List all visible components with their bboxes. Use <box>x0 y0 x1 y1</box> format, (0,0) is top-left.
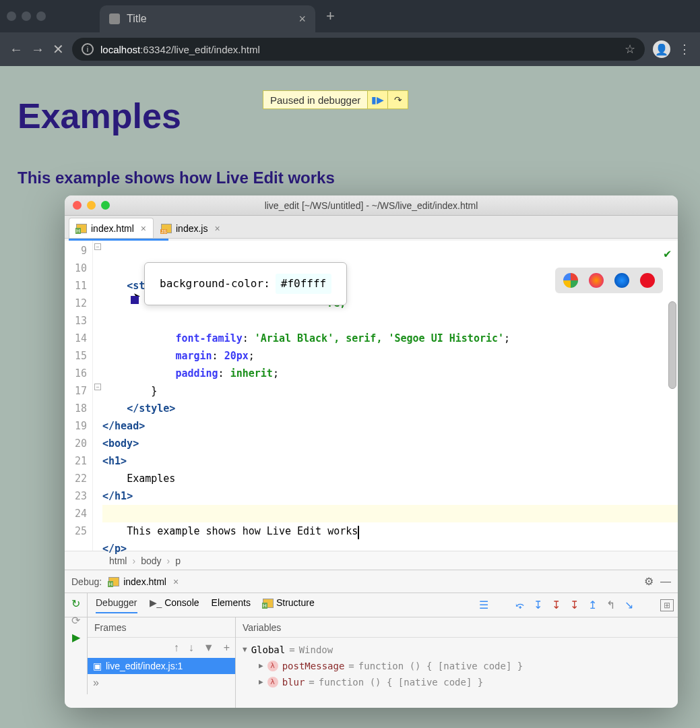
new-tab-button[interactable]: + <box>326 7 335 25</box>
var-row[interactable]: ▶ λ postMessage = function () { [native … <box>243 658 671 674</box>
var-row[interactable]: ▶ λ blur = function () { [native code] } <box>243 674 671 690</box>
elements-tab[interactable]: Elements <box>212 597 251 613</box>
next-frame-icon[interactable]: ↓ <box>189 642 194 654</box>
resume-button[interactable]: ▶ <box>72 631 80 644</box>
lambda-icon: λ <box>267 661 278 671</box>
threads-icon[interactable]: ☰ <box>479 599 488 611</box>
debugger-status: Paused in debugger <box>263 94 367 106</box>
bookmark-icon[interactable]: ☆ <box>625 42 635 57</box>
page-content: Examples This example shows how Live Edi… <box>0 66 700 201</box>
browser-preview-bar <box>555 268 663 293</box>
js-file-icon <box>161 224 172 233</box>
ide-title: live_edit [~/WS/untitled] - ~/WS/live_ed… <box>65 200 678 211</box>
tab-index-js[interactable]: index.js × <box>154 218 228 238</box>
fold-icon[interactable]: − <box>94 384 101 390</box>
close-tab-icon[interactable]: × <box>141 223 146 234</box>
html-file-icon <box>76 224 87 233</box>
stop-button[interactable]: ✕ <box>53 41 64 57</box>
debug-panel: Debug: index.html × ⚙ — ↻ ⟳ ▶ Debugger ▶… <box>65 570 678 708</box>
expand-icon[interactable]: ▼ <box>243 642 247 658</box>
url-bar: ← → ✕ i localhost:63342/live_edit/index.… <box>0 32 700 66</box>
breadcrumb: html› body› p <box>65 551 678 570</box>
browser-tab[interactable]: Title × <box>100 5 315 32</box>
url-path: :63342/live_edit/index.html <box>140 44 260 55</box>
step-into-force-icon[interactable]: ↧ <box>552 599 561 611</box>
breadcrumb-item[interactable]: p <box>175 555 181 566</box>
html-file-icon <box>108 577 119 586</box>
url-input[interactable]: i localhost:63342/live_edit/index.html ☆ <box>72 38 645 61</box>
ide-window: live_edit [~/WS/untitled] - ~/WS/live_ed… <box>65 195 678 708</box>
chrome-icon[interactable] <box>563 273 578 288</box>
page-subheading: This example shows how Live Edit works <box>18 169 682 187</box>
step-over-icon[interactable]: ⤽ <box>515 599 524 611</box>
debugger-tab[interactable]: Debugger <box>96 597 137 613</box>
opera-icon[interactable] <box>640 273 655 288</box>
debug-label: Debug: <box>71 576 102 587</box>
maximize-icon[interactable] <box>36 11 46 21</box>
add-icon[interactable]: + <box>224 642 230 654</box>
color-tooltip: background-color: #f0ffff <box>144 262 347 305</box>
safari-icon[interactable] <box>614 273 629 288</box>
restart-button[interactable]: ⟳ <box>71 614 80 627</box>
close-tab-icon[interactable]: × <box>173 576 179 587</box>
tab-label: index.js <box>176 223 208 234</box>
close-icon[interactable] <box>7 11 16 21</box>
check-icon: ✔ <box>664 245 671 262</box>
filter-icon[interactable]: ▼ <box>203 642 214 654</box>
close-tab-icon[interactable]: × <box>214 223 220 234</box>
highlighted-line <box>102 505 678 522</box>
step-into-icon[interactable]: ↧ <box>534 599 542 611</box>
ide-titlebar[interactable]: live_edit [~/WS/untitled] - ~/WS/live_ed… <box>65 195 678 216</box>
window-controls <box>7 11 46 21</box>
minimize-panel-icon[interactable]: — <box>660 576 671 588</box>
editor-tabs: index.html × index.js × <box>65 216 678 239</box>
gear-icon[interactable]: ⚙ <box>644 575 654 588</box>
back-button[interactable]: ← <box>9 42 23 57</box>
line-gutter: 910111213141516171819202122232425 <box>65 241 93 551</box>
debugger-overlay: Paused in debugger ▮▶ ↷ <box>263 90 408 109</box>
profile-avatar[interactable]: 👤 <box>653 40 670 58</box>
menu-icon[interactable]: ⋮ <box>678 42 691 57</box>
resume-button[interactable]: ▮▶ <box>367 91 387 109</box>
structure-tab[interactable]: Structure <box>263 597 315 613</box>
var-row[interactable]: ▼ Global = Window <box>243 642 671 658</box>
fold-column: − − <box>93 241 102 551</box>
color-swatch[interactable] <box>131 296 139 304</box>
tooltip-label: background-color: <box>160 275 270 293</box>
close-tab-icon[interactable]: × <box>298 12 306 26</box>
site-info-icon[interactable]: i <box>82 43 94 55</box>
step-smart-icon[interactable]: ↧ <box>570 599 579 611</box>
step-out-icon[interactable]: ↥ <box>588 599 597 611</box>
tab-index-html[interactable]: index.html × <box>69 218 154 238</box>
scrollbar[interactable] <box>668 301 676 389</box>
lambda-icon: λ <box>267 677 278 688</box>
expand-icon[interactable]: ▶ <box>259 674 263 690</box>
debug-config-tab[interactable]: index.html × <box>108 576 179 587</box>
minimize-icon[interactable] <box>22 11 31 21</box>
code-area[interactable]: <style> re; font-family: 'Arial Black', … <box>102 241 678 551</box>
tab-label: index.html <box>91 223 134 234</box>
expand-icon[interactable]: ▶ <box>259 658 263 674</box>
fold-icon[interactable]: − <box>94 243 101 250</box>
variables-header: Variables <box>236 617 678 638</box>
file-icon: ▣ <box>93 661 102 671</box>
evaluate-icon[interactable]: ⊞ <box>660 599 674 611</box>
tab-title: Title <box>127 13 147 25</box>
drop-frame-icon[interactable]: ↰ <box>606 599 615 611</box>
step-over-button[interactable]: ↷ <box>387 91 408 109</box>
forward-button[interactable]: → <box>31 42 44 57</box>
rerun-button[interactable]: ↻ <box>71 597 80 610</box>
debug-side-controls: ↻ ⟳ ▶ <box>65 593 88 694</box>
prev-frame-icon[interactable]: ↑ <box>174 642 179 654</box>
url-host: localhost <box>100 44 140 55</box>
favicon-icon <box>109 13 120 24</box>
breadcrumb-item[interactable]: body <box>141 555 161 566</box>
variables-panel: Variables ▼ Global = Window ▶ λ postMess… <box>236 617 678 708</box>
browser-chrome: Title × + <box>0 0 700 32</box>
run-to-cursor-icon[interactable]: ↘ <box>625 599 633 611</box>
firefox-icon[interactable] <box>589 273 604 288</box>
color-value: #f0ffff <box>276 274 331 294</box>
console-tab[interactable]: ▶_ Console <box>150 597 199 613</box>
code-editor[interactable]: 910111213141516171819202122232425 − − <s… <box>65 241 678 551</box>
